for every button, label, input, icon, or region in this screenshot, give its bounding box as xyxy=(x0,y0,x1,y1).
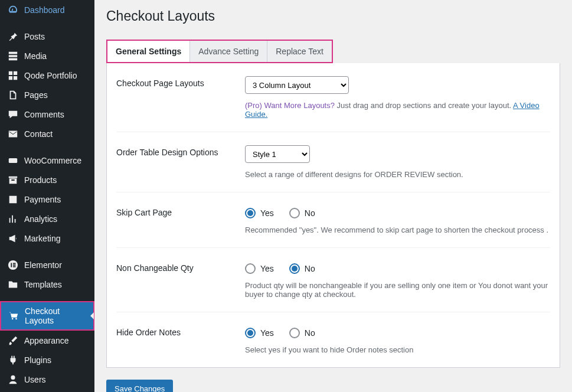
sidebar-item-media[interactable]: Media xyxy=(0,46,94,66)
user-icon xyxy=(7,374,18,385)
page-title: Checkout Layouts xyxy=(106,8,560,24)
sidebar-item-contact[interactable]: Contact xyxy=(0,124,94,143)
sidebar-item-label: Posts xyxy=(24,32,45,41)
sidebar-item-label: Comments xyxy=(24,110,64,119)
sidebar-item-checkout-layouts[interactable]: Checkout Layouts xyxy=(0,301,94,331)
label-order-design: Order Table Design Options xyxy=(116,145,245,179)
folder-icon xyxy=(7,279,18,290)
stats-icon xyxy=(7,213,18,224)
sidebar-item-comments[interactable]: Comments xyxy=(0,104,94,124)
row-nonchange-qty: Non Changeable Qty Yes No Product qty wi… xyxy=(116,247,550,312)
sidebar-item-posts[interactable]: Posts xyxy=(0,27,94,46)
hide-notes-hint: Select yes if you want to hide Order not… xyxy=(245,345,550,354)
sidebar-item-dashboard[interactable]: Dashboard xyxy=(0,0,94,19)
settings-panel: Checkout Page Layouts 3 Column Layout (P… xyxy=(106,63,560,368)
main-content: Checkout Layouts General Settings Advanc… xyxy=(94,0,572,392)
order-design-hint: Select a range of different designs for … xyxy=(245,170,550,179)
sidebar-item-label: Elementor xyxy=(24,260,62,270)
dollar-icon xyxy=(7,194,18,205)
media-icon xyxy=(7,50,18,61)
sidebar-item-label: Checkout Layouts xyxy=(25,306,86,325)
tabs-nav: General Settings Advance Setting Replace… xyxy=(106,40,333,63)
sidebar-item-label: Appearance xyxy=(24,336,69,345)
gauge-icon xyxy=(7,4,18,15)
label-hide-notes: Hide Order Notes xyxy=(116,325,245,354)
tab-general-settings[interactable]: General Settings xyxy=(107,41,190,62)
sidebar-item-label: Analytics xyxy=(24,214,57,224)
sidebar-item-label: Contact xyxy=(24,129,53,139)
label-skip-cart: Skip Cart Page xyxy=(116,205,245,234)
skip-cart-hint: Recommended "yes". We recommend to skip … xyxy=(245,226,550,234)
pro-text: (Pro) Want More Layouts? xyxy=(245,101,335,110)
sidebar-item-label: Media xyxy=(24,51,47,61)
cart-icon xyxy=(8,311,19,322)
sidebar-item-marketing[interactable]: Marketing xyxy=(0,228,94,248)
sidebar-item-label: Payments xyxy=(24,195,61,204)
woo-icon xyxy=(7,155,18,166)
brush-icon xyxy=(7,335,18,346)
sidebar-item-label: Qode Portfolio xyxy=(24,71,77,80)
sidebar-item-qode-portfolio[interactable]: Qode Portfolio xyxy=(0,66,94,85)
sidebar-item-payments[interactable]: Payments xyxy=(0,190,94,209)
hide-notes-no[interactable]: No xyxy=(289,328,315,338)
sidebar-item-label: WooCommerce xyxy=(24,156,81,165)
svg-rect-2 xyxy=(11,263,12,267)
svg-rect-3 xyxy=(13,263,16,264)
row-skip-cart: Skip Cart Page Yes No Recommended "yes".… xyxy=(116,192,550,247)
tab-advance-setting[interactable]: Advance Setting xyxy=(190,41,267,62)
mail-icon xyxy=(7,128,18,139)
sidebar-item-users[interactable]: Users xyxy=(0,370,94,389)
sidebar-item-elementor[interactable]: Elementor xyxy=(0,255,94,275)
svg-rect-0 xyxy=(8,158,17,163)
sidebar-item-label: Pages xyxy=(24,90,48,100)
qty-no[interactable]: No xyxy=(289,263,315,274)
archive-icon xyxy=(7,174,18,185)
checkout-layout-select[interactable]: 3 Column Layout xyxy=(245,76,349,94)
elementor-icon xyxy=(7,259,18,270)
sidebar-item-analytics[interactable]: Analytics xyxy=(0,209,94,228)
qty-hint: Product qty will be nonchangeable if you… xyxy=(245,281,550,299)
sidebar-item-label: Marketing xyxy=(24,234,60,243)
megaphone-icon xyxy=(7,233,18,244)
sidebar-item-plugins[interactable]: Plugins xyxy=(0,350,94,370)
svg-rect-4 xyxy=(13,264,16,266)
sidebar-item-woocommerce[interactable]: WooCommerce xyxy=(0,151,94,170)
sidebar-item-label: Products xyxy=(24,175,57,185)
order-design-select[interactable]: Style 1 xyxy=(245,145,310,163)
hide-notes-yes[interactable]: Yes xyxy=(245,328,274,338)
sidebar-item-appearance[interactable]: Appearance xyxy=(0,331,94,350)
svg-rect-5 xyxy=(13,266,16,267)
row-hide-notes: Hide Order Notes Yes No Select yes if yo… xyxy=(116,312,550,367)
admin-sidebar: DashboardPostsMediaQode PortfolioPagesCo… xyxy=(0,0,94,392)
plug-icon xyxy=(7,354,18,365)
qty-yes[interactable]: Yes xyxy=(245,263,274,274)
layout-hint: (Pro) Want More Layouts? Just drag and d… xyxy=(245,101,550,119)
sidebar-item-products[interactable]: Products xyxy=(0,170,94,190)
tab-replace-text[interactable]: Replace Text xyxy=(267,41,332,62)
pin-icon xyxy=(7,31,18,42)
row-order-design: Order Table Design Options Style 1 Selec… xyxy=(116,132,550,192)
label-nonchange-qty: Non Changeable Qty xyxy=(116,261,245,299)
skip-cart-yes[interactable]: Yes xyxy=(245,208,274,218)
grid-icon xyxy=(7,70,18,81)
sidebar-item-label: Plugins xyxy=(24,355,51,365)
pages-icon xyxy=(7,89,18,100)
row-checkout-layouts: Checkout Page Layouts 3 Column Layout (P… xyxy=(116,63,550,132)
chat-icon xyxy=(7,109,18,120)
sidebar-item-templates[interactable]: Templates xyxy=(0,275,94,294)
sidebar-item-label: Templates xyxy=(24,280,62,289)
save-changes-button[interactable]: Save Changes xyxy=(106,380,173,392)
sidebar-item-label: Users xyxy=(24,375,46,384)
label-checkout-layouts: Checkout Page Layouts xyxy=(116,76,245,119)
skip-cart-no[interactable]: No xyxy=(289,208,315,218)
sidebar-item-label: Dashboard xyxy=(24,5,65,15)
sidebar-item-pages[interactable]: Pages xyxy=(0,85,94,104)
